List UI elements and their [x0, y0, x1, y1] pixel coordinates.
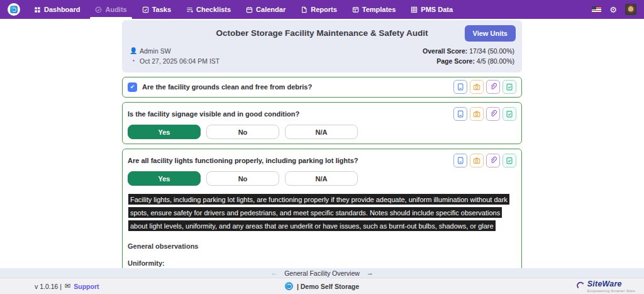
language-flag-icon[interactable] — [592, 6, 601, 13]
attachment-paperclip-icon[interactable] — [486, 154, 500, 167]
attachment-paperclip-icon[interactable] — [486, 80, 500, 94]
question-card-3: Are all facility lights functioning prop… — [122, 149, 522, 268]
question-text: Are all facility lights functioning prop… — [128, 157, 358, 164]
option-no[interactable]: No — [206, 171, 279, 186]
navbar-right: ⚙ — [592, 4, 636, 15]
nav-item-tasks[interactable]: Tasks — [142, 0, 171, 19]
question-card-2: Is the facility signage visible and in g… — [122, 102, 522, 144]
company-name: | Demo Self Storage — [297, 283, 359, 290]
top-navbar: Dashboard Audits Tasks Checklists Calend… — [0, 0, 644, 19]
nav-item-audits[interactable]: Audits — [95, 0, 126, 19]
auditor-name: Admin SW — [140, 46, 171, 56]
camera-icon[interactable] — [470, 80, 484, 94]
data-table-icon — [411, 6, 418, 13]
note-heading: General observations — [128, 242, 516, 250]
app-logo-icon — [10, 6, 18, 13]
nav-menu: Dashboard Audits Tasks Checklists Calend… — [34, 0, 453, 19]
nav-item-pms-data[interactable]: PMS Data — [411, 0, 453, 19]
nav-label: Calendar — [256, 6, 286, 13]
page-title: October Storage Facility Maintenance & S… — [130, 28, 514, 38]
siteware-brand[interactable]: SiteWare Empowering Smarter Sites — [576, 280, 635, 293]
audit-datetime: Oct 27, 2025 06:04 PM IST — [140, 56, 219, 66]
question-checkbox[interactable]: ✔ — [128, 82, 137, 92]
highlighted-guidance-text: Facility lights, including parking lot l… — [128, 193, 516, 233]
app-version: v 1.0.16 | — [35, 283, 62, 290]
page-navigation-bar: ← General Facility Overview → — [0, 268, 644, 278]
nav-label: Checklists — [196, 6, 231, 13]
clock-icon: ◔ — [130, 56, 136, 66]
nav-item-templates[interactable]: Templates — [352, 0, 396, 19]
main-content: October Storage Facility Maintenance & S… — [0, 19, 644, 268]
create-task-icon[interactable] — [502, 107, 516, 121]
mail-icon: ✉ — [65, 282, 70, 290]
previous-page-arrow-icon[interactable]: ← — [270, 269, 277, 276]
checklist-icon — [186, 6, 193, 13]
siteware-brand-name: SiteWare — [587, 280, 622, 288]
nav-label: Dashboard — [44, 6, 80, 13]
nav-label: Reports — [311, 6, 337, 13]
next-page-arrow-icon[interactable]: → — [367, 269, 374, 276]
notes-icon[interactable] — [453, 80, 467, 94]
footer: v 1.0.16 | ✉ Support | Demo Self Storage… — [0, 278, 644, 294]
support-link[interactable]: Support — [74, 283, 99, 290]
question-text: Are the facility grounds clean and free … — [142, 83, 312, 91]
option-yes[interactable]: Yes — [128, 125, 201, 139]
dashboard-icon — [34, 6, 41, 13]
option-yes[interactable]: Yes — [128, 171, 201, 186]
user-icon: 👤 — [130, 46, 136, 56]
audit-header-card: October Storage Facility Maintenance & S… — [122, 20, 522, 72]
nav-item-dashboard[interactable]: Dashboard — [34, 0, 80, 19]
note-heading: Uniformity: — [128, 259, 516, 267]
notes-icon[interactable] — [453, 107, 467, 121]
checkmark-icon: ✔ — [130, 84, 135, 90]
attachment-paperclip-icon[interactable] — [486, 107, 500, 121]
task-checkbox-icon — [142, 6, 149, 13]
view-units-button[interactable]: View Units — [465, 25, 516, 42]
option-no[interactable]: No — [206, 125, 279, 139]
create-task-icon[interactable] — [502, 80, 516, 94]
page-score: Page Score: 4/5 (80.00%) — [423, 56, 514, 66]
nav-label: Tasks — [152, 6, 171, 13]
template-icon — [352, 6, 359, 13]
calendar-icon — [246, 6, 253, 13]
audit-check-circle-icon — [95, 6, 102, 13]
camera-icon[interactable] — [470, 154, 484, 167]
user-avatar[interactable] — [625, 4, 636, 15]
nav-label: Audits — [105, 6, 126, 13]
report-document-icon — [301, 6, 308, 13]
settings-gear-icon[interactable]: ⚙ — [609, 6, 617, 14]
nav-item-reports[interactable]: Reports — [301, 0, 337, 19]
notes-icon[interactable] — [453, 154, 467, 167]
create-task-icon[interactable] — [502, 154, 516, 167]
camera-icon[interactable] — [470, 107, 484, 121]
nav-item-checklists[interactable]: Checklists — [186, 0, 231, 19]
question-text: Is the facility signage visible and in g… — [128, 110, 299, 118]
option-na[interactable]: N/A — [285, 125, 358, 139]
nav-label: Templates — [362, 6, 396, 13]
current-page-name: General Facility Overview — [284, 269, 360, 277]
nav-item-calendar[interactable]: Calendar — [246, 0, 286, 19]
option-na[interactable]: N/A — [285, 171, 358, 186]
app-logo[interactable] — [8, 3, 20, 16]
siteware-tagline: Empowering Smarter Sites — [587, 289, 635, 293]
company-logo-icon — [285, 282, 293, 290]
question-card-1: ✔ Are the facility grounds clean and fre… — [122, 77, 522, 98]
overall-score: Overall Score: 17/34 (50.00%) — [423, 46, 514, 56]
nav-label: PMS Data — [421, 6, 453, 13]
siteware-logo-icon — [576, 281, 585, 291]
